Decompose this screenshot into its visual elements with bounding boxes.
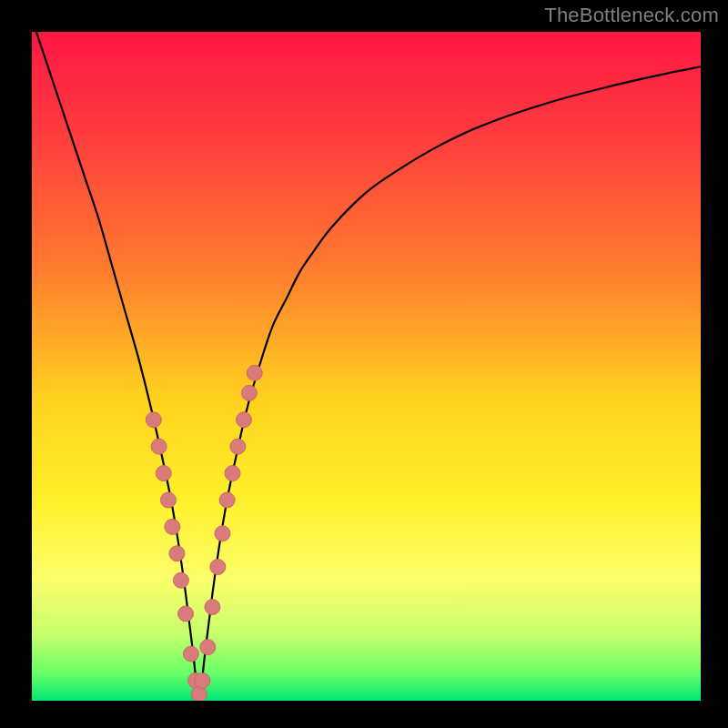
marker-point — [219, 492, 235, 508]
marker-point — [236, 412, 251, 428]
marker-point — [210, 560, 226, 575]
marker-point — [247, 365, 262, 380]
marker-point — [200, 640, 216, 655]
marker-point — [169, 546, 185, 561]
marker-point — [215, 526, 230, 541]
marker-point — [205, 600, 220, 615]
marker-point — [146, 412, 161, 428]
marker-point — [225, 466, 240, 481]
plot-area — [32, 32, 701, 701]
watermark-label: TheBottleneck.com — [544, 4, 719, 27]
marker-point — [195, 672, 210, 688]
marker-point — [230, 439, 246, 454]
marker-point — [173, 572, 188, 588]
marker-point — [160, 492, 176, 508]
gradient-background — [32, 32, 701, 701]
marker-point — [151, 439, 167, 454]
marker-point — [183, 646, 198, 662]
chart-frame: TheBottleneck.com — [0, 0, 728, 728]
marker-point — [156, 466, 171, 481]
marker-point — [178, 606, 194, 622]
marker-point — [241, 385, 257, 400]
bottleneck-chart — [32, 32, 701, 701]
marker-point — [165, 519, 180, 534]
